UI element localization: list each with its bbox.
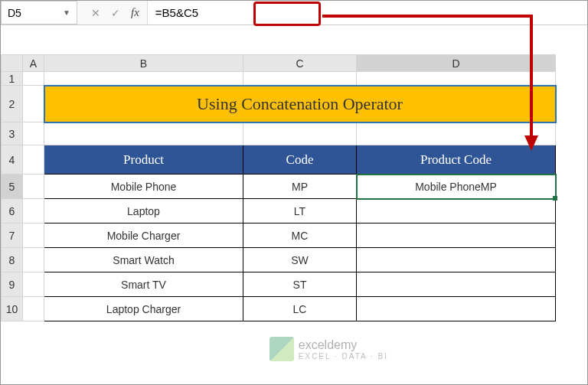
- cell-A10[interactable]: [23, 297, 44, 321]
- cell-C7[interactable]: MC: [243, 223, 357, 248]
- formula-bar-buttons: ✕ ✓ fx: [83, 6, 147, 19]
- cell-A5[interactable]: [23, 175, 44, 199]
- row-header-1[interactable]: 1: [2, 72, 23, 86]
- cell-D1[interactable]: [357, 72, 556, 86]
- header-product-code[interactable]: Product Code: [357, 145, 556, 175]
- name-box[interactable]: D5 ▼: [1, 1, 77, 24]
- cell-A1[interactable]: [23, 72, 44, 86]
- cell-B9[interactable]: Smart TV: [44, 272, 243, 297]
- fx-icon[interactable]: fx: [131, 6, 139, 19]
- row-header-5[interactable]: 5: [2, 175, 23, 199]
- sheet-container: A B C D 1 2 Using Concatenation Operator…: [1, 54, 587, 321]
- cell-C8[interactable]: SW: [243, 248, 357, 272]
- cell-A4[interactable]: [23, 145, 44, 175]
- cell-B3[interactable]: [44, 122, 243, 145]
- worksheet[interactable]: A B C D 1 2 Using Concatenation Operator…: [1, 54, 557, 321]
- cell-B5[interactable]: Mobile Phone: [44, 175, 243, 199]
- cell-D8[interactable]: [357, 248, 556, 272]
- row-header-2[interactable]: 2: [2, 86, 23, 122]
- cell-C9[interactable]: ST: [243, 272, 357, 297]
- ribbon-spacer: [1, 25, 587, 54]
- row-header-9[interactable]: 9: [2, 272, 23, 297]
- cell-A3[interactable]: [23, 122, 44, 145]
- cell-C6[interactable]: LT: [243, 199, 357, 223]
- cell-B6[interactable]: Laptop: [44, 199, 243, 223]
- formula-input[interactable]: [147, 1, 587, 24]
- watermark-title: exceldemy: [299, 338, 388, 352]
- row-header-8[interactable]: 8: [2, 248, 23, 272]
- cell-A2[interactable]: [23, 86, 44, 122]
- cell-A9[interactable]: [23, 272, 44, 297]
- cell-C5[interactable]: MP: [243, 175, 357, 199]
- title-cell[interactable]: Using Concatenation Operator: [44, 86, 556, 122]
- cell-B1[interactable]: [44, 72, 243, 86]
- cell-D6[interactable]: [357, 199, 556, 223]
- cell-D5[interactable]: Mobile PhoneMP: [357, 175, 556, 199]
- enter-icon[interactable]: ✓: [111, 7, 120, 19]
- watermark-subtitle: EXCEL · DATA · BI: [299, 352, 388, 361]
- header-code[interactable]: Code: [243, 145, 357, 175]
- header-product[interactable]: Product: [44, 145, 243, 175]
- name-box-dropdown-icon[interactable]: ▼: [63, 8, 70, 17]
- cell-B8[interactable]: Smart Watch: [44, 248, 243, 272]
- select-all-cell[interactable]: [2, 55, 23, 72]
- cell-A6[interactable]: [23, 199, 44, 223]
- row-header-10[interactable]: 10: [2, 297, 23, 321]
- watermark: exceldemy EXCEL · DATA · BI: [270, 337, 388, 361]
- col-header-B[interactable]: B: [44, 55, 243, 72]
- watermark-icon: [270, 337, 294, 361]
- cell-A8[interactable]: [23, 248, 44, 272]
- row-header-6[interactable]: 6: [2, 199, 23, 223]
- cell-C1[interactable]: [243, 72, 357, 86]
- cell-D3[interactable]: [357, 122, 556, 145]
- row-header-4[interactable]: 4: [2, 145, 23, 175]
- col-header-A[interactable]: A: [23, 55, 44, 72]
- cell-C3[interactable]: [243, 122, 357, 145]
- cell-B7[interactable]: Mobile Charger: [44, 223, 243, 248]
- cell-D7[interactable]: [357, 223, 556, 248]
- cancel-icon[interactable]: ✕: [91, 7, 100, 19]
- cell-D9[interactable]: [357, 272, 556, 297]
- col-header-D[interactable]: D: [357, 55, 556, 72]
- name-box-value: D5: [8, 7, 21, 19]
- cell-A7[interactable]: [23, 223, 44, 248]
- cell-B10[interactable]: Laptop Charger: [44, 297, 243, 321]
- row-header-3[interactable]: 3: [2, 122, 23, 145]
- cell-D10[interactable]: [357, 297, 556, 321]
- formula-bar: D5 ▼ ✕ ✓ fx: [1, 1, 587, 25]
- cell-C10[interactable]: LC: [243, 297, 357, 321]
- row-header-7[interactable]: 7: [2, 223, 23, 248]
- col-header-C[interactable]: C: [243, 55, 357, 72]
